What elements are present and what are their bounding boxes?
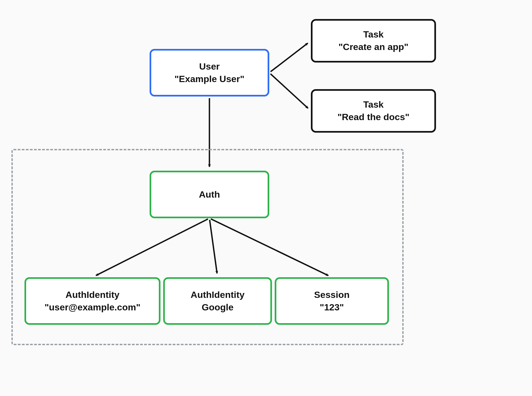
node-user-title: User: [199, 60, 220, 73]
node-auth-title: Auth: [199, 188, 220, 201]
node-session-sub: "123": [320, 301, 344, 314]
node-task-read-docs: Task "Read the docs": [311, 89, 436, 133]
node-id-google-sub: Google: [202, 301, 233, 314]
node-task2-sub: "Read the docs": [338, 111, 410, 123]
node-session-title: Session: [314, 289, 349, 301]
node-auth-identity-email: AuthIdentity "user@example.com": [24, 277, 160, 325]
node-user-sub: "Example User": [174, 73, 244, 85]
node-id-email-title: AuthIdentity: [66, 289, 119, 301]
diagram-canvas: User "Example User" Task "Create an app"…: [0, 0, 532, 396]
node-task1-sub: "Create an app": [338, 41, 408, 53]
node-auth-identity-google: AuthIdentity Google: [163, 277, 272, 325]
node-id-google-title: AuthIdentity: [191, 289, 245, 301]
node-session: Session "123": [275, 277, 389, 325]
edge-user-to-task2: [270, 74, 308, 108]
node-task2-title: Task: [363, 98, 384, 111]
node-user: User "Example User": [150, 49, 269, 96]
node-id-email-sub: "user@example.com": [45, 301, 141, 314]
edge-user-to-task1: [271, 43, 308, 72]
node-auth: Auth: [150, 171, 269, 218]
node-task1-title: Task: [363, 28, 384, 41]
node-task-create-app: Task "Create an app": [311, 19, 436, 63]
